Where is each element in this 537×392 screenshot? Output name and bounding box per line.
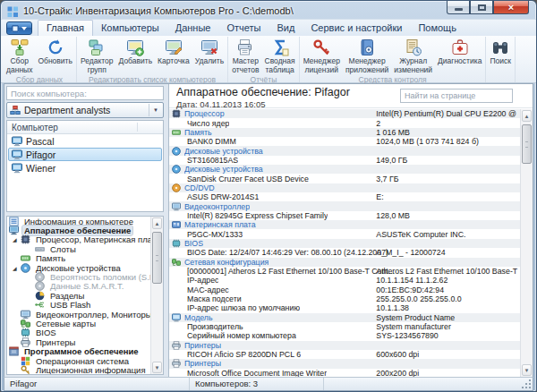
section-row[interactable]: ПроцессорIntel(R) Pentium(R) Dual CPU E2…	[169, 109, 520, 118]
property-row[interactable]: Маска подсети255.255.0.0 255.255.0.0	[169, 294, 520, 303]
pivot-table-button[interactable]: Сводная таблица	[262, 37, 298, 75]
card-button[interactable]: Карточка	[155, 37, 192, 66]
app-manager-button[interactable]: Менеджер приложений	[343, 37, 391, 75]
tree-item[interactable]: Данные S.M.A.R.T.	[7, 282, 150, 291]
property-row[interactable]: Microsoft Office Document Image Writer20…	[169, 369, 520, 377]
tree-item[interactable]: Программное обеспечение	[7, 346, 150, 355]
maximize-button[interactable]	[470, 1, 493, 14]
ribbon-group: Редактор группДобавитьКарточкаУдалитьРед…	[77, 37, 228, 82]
tree-item[interactable]: Аппаратное обеспечение	[7, 226, 150, 234]
add-computer-button[interactable]: Добавить	[116, 37, 156, 66]
tab-reports[interactable]: Отчеты	[218, 21, 268, 36]
tree-item[interactable]: Разделы	[7, 291, 150, 300]
section-row[interactable]: Принтеры	[169, 341, 520, 350]
report-wizard-button[interactable]: Мастер отчетов	[229, 37, 261, 75]
tab-computers[interactable]: Компьютеры	[93, 21, 167, 36]
section-label: Видеоконтроллер	[184, 202, 250, 211]
app-menu-button[interactable]	[6, 21, 32, 35]
tree-item-label: Аппаратное обеспечение	[22, 226, 132, 235]
property-row[interactable]: Серийный номер компьютераSYS-1234567890	[169, 331, 520, 340]
change-log-button[interactable]: Журнал изменений	[391, 37, 435, 75]
section-row[interactable]: Память1 016 MB	[169, 128, 520, 137]
section-row[interactable]: Материнская плата	[169, 220, 520, 229]
title-bar[interactable]: 10-Страйк: Инвентаризация Компьютеров Pr…	[1, 1, 536, 19]
computer-search-input[interactable]	[6, 86, 164, 100]
computer-list-header[interactable]: Компьютер	[7, 121, 163, 134]
change-log-icon	[405, 38, 422, 56]
scroll-thumb[interactable]	[522, 124, 532, 164]
tree-scrollbar[interactable]: ▲ ▼	[150, 217, 163, 374]
tree-item[interactable]: Лицензионная информация	[7, 365, 150, 374]
delete-button[interactable]: Удалить	[192, 37, 226, 66]
tab-home[interactable]: Главная	[38, 20, 93, 36]
tab-view[interactable]: Вид	[269, 21, 303, 36]
tab-data[interactable]: Данные	[167, 21, 219, 36]
tree-item[interactable]: Вероятность поломки (S.M.A.R.T.)	[7, 272, 150, 281]
group-editor-button[interactable]: Редактор групп	[78, 37, 116, 75]
info-icon	[9, 217, 19, 226]
ribbon-group: Сбор данныхОбновитьСбор данных	[3, 37, 77, 82]
tree-item[interactable]: Сетевые карты	[7, 319, 150, 328]
tree-item[interactable]: USB Flash	[7, 301, 150, 310]
section-row[interactable]: Видеоконтроллер	[169, 201, 520, 210]
tree-item[interactable]: ◢Дисковые устройства	[7, 263, 150, 272]
tab-service-settings[interactable]: Сервис и настройки	[303, 21, 410, 36]
property-row[interactable]: ASUS DRW-2014S1E:	[169, 192, 520, 201]
computer-list-item[interactable]: Wiener	[8, 161, 162, 175]
tree-item[interactable]: Слоты	[7, 244, 150, 253]
property-row[interactable]: ПроизводительSystem manufacturer	[169, 322, 520, 331]
search-button[interactable]: Поиск	[487, 37, 514, 66]
scroll-down-icon[interactable]: ▼	[152, 362, 162, 373]
property-row[interactable]: P5GC-MX/1333ASUSTeK Computer INC.	[169, 229, 520, 238]
section-row[interactable]: BIOS	[169, 239, 520, 248]
diagnostics-button[interactable]: Диагностика	[435, 37, 484, 66]
resize-grip[interactable]	[522, 379, 532, 389]
content-scrollbar[interactable]: ▲ ▼	[520, 109, 533, 377]
find-on-page-input[interactable]	[400, 89, 513, 103]
section-row[interactable]: Сетевая конфигурация	[169, 258, 520, 267]
property-row[interactable]: RICOH Aficio SP 8200DN PCL 6600x600 dpi	[169, 350, 520, 359]
section-row[interactable]: Дисковые устройства	[169, 146, 520, 155]
tab-help[interactable]: Помощь	[410, 21, 465, 36]
computer-list-item[interactable]: Pascal	[8, 134, 162, 148]
property-row[interactable]: MAC-адрес00:1E:BC:9D:42:94	[169, 285, 520, 294]
property-row[interactable]: BANK0 DIMM1024,0 MB (1 073 741 824 б)	[169, 137, 520, 146]
collect-data-button[interactable]: Сбор данных	[4, 37, 35, 75]
tree-item[interactable]: ◢Процессор, Материнская плата	[7, 235, 150, 244]
property-row[interactable]: ST3160815AS149,0 ГБ	[169, 156, 520, 165]
close-button[interactable]: ×	[493, 1, 529, 14]
scroll-up-icon[interactable]: ▲	[522, 110, 532, 122]
binoculars-icon	[491, 38, 509, 56]
delete-icon	[200, 38, 218, 56]
property-row[interactable]: [00000001] Atheros L2 Fast Ethernet 10/1…	[169, 267, 520, 276]
property-row[interactable]: IP-адрес10.1.1.154 11.1.2.62	[169, 276, 520, 285]
scroll-up-icon[interactable]: ▲	[152, 217, 162, 229]
group-selector[interactable]: Department analysts ▼	[6, 102, 164, 118]
tree-item[interactable]: Память	[7, 254, 150, 263]
computer-list-item[interactable]: Pifagor	[8, 148, 162, 161]
section-row[interactable]: CD/DVD	[169, 183, 520, 192]
section-row[interactable]: Принтеры	[169, 359, 520, 368]
tree-item[interactable]: Операционная система	[7, 356, 150, 365]
scroll-thumb[interactable]	[152, 232, 162, 284]
refresh-button[interactable]: Обновить	[35, 37, 75, 66]
section-row[interactable]: Дисковые устройства	[169, 165, 520, 174]
property-row[interactable]: Intel(R) 82945G Express Chipset Family12…	[169, 211, 520, 220]
license-manager-button[interactable]: Менеджер лицензий	[301, 37, 343, 75]
section-row[interactable]: МодельSystem Product Name	[169, 313, 520, 322]
expand-icon[interactable]: ◢	[13, 236, 21, 243]
tree-item[interactable]: Принтеры	[7, 337, 150, 346]
minimize-button[interactable]	[447, 1, 470, 14]
tree-item[interactable]: Информация о компьютере	[7, 217, 150, 226]
property-row[interactable]: IP-адрес шлюза по умолчанию10.1.1.38	[169, 303, 520, 312]
property-row[interactable]: SanDisk Cruzer Facet USB Device3,7 ГБ	[169, 174, 520, 183]
tree-item[interactable]: Видеоконтроллер, Мониторы	[7, 310, 150, 319]
chevron-down-icon[interactable]: ▼	[149, 104, 162, 116]
computer-name: Wiener	[26, 163, 55, 174]
property-row[interactable]: Число ядер2	[169, 118, 520, 127]
property-row[interactable]: BIOS Date: 12/24/07 14:46:29 Ver: 08.00.…	[169, 248, 520, 257]
tree-item[interactable]: BIOS	[7, 328, 150, 337]
scroll-down-icon[interactable]: ▼	[522, 364, 532, 376]
expand-icon[interactable]: ◢	[13, 265, 21, 271]
property-label: IP-адрес	[169, 276, 218, 285]
